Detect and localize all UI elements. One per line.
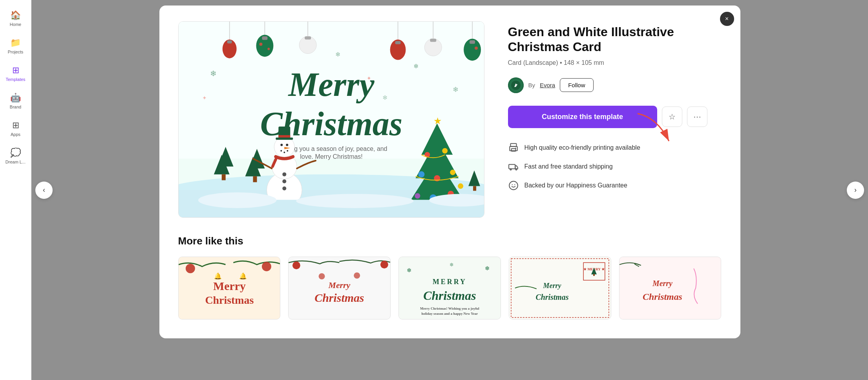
svg-text:Merry: Merry (287, 66, 375, 103)
svg-text:❄: ❄ (450, 262, 453, 268)
svg-point-64 (442, 148, 448, 154)
more-card-1[interactable]: Merry Christmas 🔔 🔔 (178, 257, 281, 319)
more-card-2-svg: Merry Christmas (289, 257, 390, 319)
svg-rect-21 (470, 40, 475, 44)
svg-text:Christmas: Christmas (423, 289, 476, 303)
more-card-4[interactable]: ★ MERRY ★ Merry Christmas (509, 257, 611, 319)
svg-text:❄: ❄ (210, 69, 216, 78)
more-card-1-svg: Merry Christmas 🔔 🔔 (179, 257, 280, 319)
feature-printing-text: High quality eco-friendly printing avail… (524, 144, 640, 151)
features-list: High quality eco-friendly printing avail… (508, 142, 722, 191)
ellipsis-icon: ⋯ (693, 112, 701, 121)
svg-point-50 (286, 144, 288, 146)
svg-text:Merry Christmas! Wishing you a: Merry Christmas! Wishing you a joyful (420, 307, 479, 310)
modal-overlay: × (31, 0, 868, 380)
modal-close-button[interactable]: × (720, 12, 734, 26)
svg-point-102 (319, 273, 325, 279)
svg-rect-120 (619, 257, 721, 319)
svg-point-68 (415, 193, 420, 199)
svg-point-103 (354, 272, 360, 279)
feature-item-printing: High quality eco-friendly printing avail… (508, 142, 722, 153)
svg-text:Merry: Merry (652, 279, 672, 288)
svg-point-75 (198, 193, 276, 208)
template-preview: ❄ ❄ ✦ ❄ ❄ ✦ ❄ ✦ Merry Christmas (178, 21, 484, 218)
more-card-3-inner: ❄ ❄ ❄ MERRY Christmas Merry Christmas! W… (399, 257, 501, 319)
svg-rect-4 (227, 40, 232, 44)
svg-point-65 (418, 171, 424, 178)
sidebar-item-apps[interactable]: ⊞ Apps (2, 116, 29, 141)
more-card-2-inner: Merry Christmas (289, 257, 390, 319)
chevron-right-icon: › (854, 186, 857, 194)
truck-icon (508, 161, 519, 172)
svg-text:Merry: Merry (543, 282, 561, 290)
sidebar-item-brand[interactable]: 🤖 Brand (2, 89, 29, 113)
follow-button[interactable]: Follow (560, 78, 593, 92)
template-meta: Card (Landscape) • 148 × 105 mm (508, 59, 722, 66)
svg-point-85 (510, 169, 511, 170)
svg-point-71 (458, 184, 463, 189)
svg-text:❄: ❄ (485, 266, 490, 272)
printer-icon (508, 142, 519, 153)
svg-rect-80 (510, 143, 516, 147)
sidebar-item-projects[interactable]: 📁 Projects (2, 34, 29, 58)
svg-rect-7 (262, 37, 267, 40)
author-avatar (508, 77, 524, 93)
evora-logo-icon (511, 81, 521, 90)
svg-point-55 (282, 173, 286, 176)
svg-point-52 (280, 150, 282, 152)
sidebar-item-dream[interactable]: 💭 Dream L... (2, 144, 29, 168)
christmas-card-svg: ❄ ❄ ✦ ❄ ❄ ✦ ❄ ✦ Merry Christmas (179, 21, 484, 218)
preview-area: ❄ ❄ ✦ ❄ ❄ ✦ ❄ ✦ Merry Christmas (178, 21, 484, 218)
svg-point-56 (282, 180, 286, 184)
sidebar-item-apps-label: Apps (11, 132, 20, 137)
more-card-5-svg: Merry Christmas (619, 257, 721, 319)
more-card-3[interactable]: ❄ ❄ ❄ MERRY Christmas Merry Christmas! W… (398, 257, 501, 319)
close-icon: × (725, 15, 729, 22)
templates-icon: ⊞ (12, 65, 19, 75)
svg-rect-12 (305, 37, 311, 40)
svg-rect-18 (430, 39, 436, 42)
more-card-2[interactable]: Merry Christmas (288, 257, 391, 319)
nav-prev-button[interactable]: ‹ (35, 182, 53, 199)
author-name-link[interactable]: Evora (540, 82, 555, 88)
svg-rect-42 (253, 176, 257, 182)
svg-text:❄: ❄ (335, 51, 340, 58)
author-row: By Evora Follow (508, 77, 722, 93)
svg-point-89 (514, 184, 515, 185)
svg-text:Christmas: Christmas (643, 292, 682, 302)
sidebar-item-templates[interactable]: ⊞ Templates (2, 61, 29, 86)
feature-happiness-text: Backed by our Happiness Guarantee (524, 182, 627, 189)
sidebar-item-home-label: Home (10, 22, 21, 27)
chevron-left-icon: ‹ (43, 186, 45, 194)
svg-rect-84 (509, 164, 515, 169)
more-card-4-inner: ★ MERRY ★ Merry Christmas (509, 257, 611, 319)
svg-text:Christmas: Christmas (535, 293, 568, 301)
svg-rect-48 (278, 135, 290, 138)
favorite-button[interactable]: ☆ (662, 106, 682, 127)
truck-svg (508, 162, 519, 172)
feature-shipping-text: Fast and free standard shipping (524, 163, 613, 170)
svg-rect-117 (593, 274, 595, 276)
more-card-5[interactable]: Merry Christmas (619, 257, 722, 319)
sidebar: 🏠 Home 📁 Projects ⊞ Templates 🤖 Brand ⊞ … (0, 0, 31, 380)
svg-point-87 (509, 181, 518, 190)
more-options-button[interactable]: ⋯ (687, 106, 707, 127)
svg-text:Merry: Merry (213, 279, 245, 292)
nav-next-button[interactable]: › (847, 182, 864, 199)
star-icon: ☆ (669, 112, 676, 121)
by-label: By (528, 82, 535, 88)
template-title: Green and White Illustrative Christmas C… (508, 24, 722, 55)
smile-icon (508, 180, 519, 191)
svg-point-49 (280, 144, 283, 146)
svg-point-88 (512, 184, 512, 185)
sidebar-item-home[interactable]: 🏠 Home (2, 6, 29, 31)
apps-icon: ⊞ (12, 120, 19, 130)
customize-button[interactable]: Customize this template (508, 106, 657, 128)
more-card-4-svg: ★ MERRY ★ Merry Christmas (509, 257, 611, 319)
svg-text:Merry: Merry (328, 280, 351, 290)
svg-text:❄: ❄ (407, 268, 411, 274)
svg-text:✦: ✦ (202, 95, 206, 101)
feature-item-happiness: Backed by our Happiness Guarantee (508, 180, 722, 191)
more-card-5-inner: Merry Christmas (619, 257, 721, 319)
svg-text:★: ★ (433, 116, 442, 126)
